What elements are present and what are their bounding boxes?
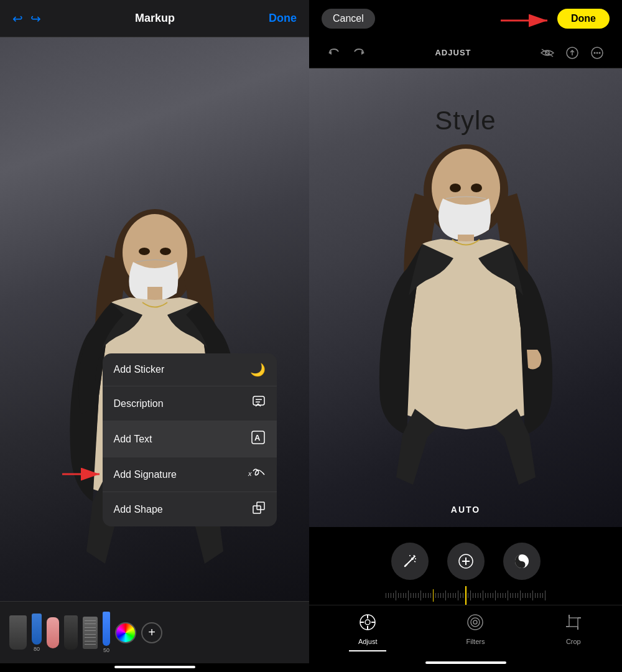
shape-icon: [252, 501, 266, 518]
svg-point-41: [520, 563, 523, 566]
auto-label: AUTO: [451, 505, 480, 515]
bottom-tabs: Adjust Filters: [309, 605, 622, 658]
svg-text:A: A: [254, 433, 261, 442]
right-top-bar: Cancel Done: [309, 0, 622, 37]
right-bottom-indicator: [425, 661, 506, 664]
red-arrow-right: [494, 11, 557, 32]
filters-tab-label: Filters: [466, 638, 485, 645]
menu-sticker-label: Add Sticker: [114, 364, 165, 375]
right-bottom-controls: Adjust Filters: [309, 527, 622, 672]
tab-adjust[interactable]: Adjust: [337, 610, 399, 655]
svg-point-49: [471, 618, 480, 627]
filters-icon: [466, 614, 484, 635]
right-done-button[interactable]: Done: [557, 9, 610, 29]
crop-icon: [565, 614, 582, 635]
left-done-button[interactable]: Done: [269, 12, 297, 25]
tool-number-50: 50: [103, 647, 109, 653]
edit-tool-row: [309, 536, 622, 586]
svg-point-2: [139, 248, 150, 255]
speech-icon: [252, 395, 266, 412]
person-figure-right: [360, 129, 572, 502]
undo-button[interactable]: ↩: [12, 11, 23, 26]
right-cancel-button[interactable]: Cancel: [322, 9, 375, 29]
svg-line-35: [414, 561, 415, 562]
menu-shape-label: Add Shape: [114, 504, 163, 515]
right-photo-background: Style: [309, 68, 622, 527]
crop-tab-label: Crop: [566, 638, 581, 645]
left-panel: ↩ ↪ Markup Done: [0, 0, 309, 672]
menu-item-description[interactable]: Description: [103, 386, 277, 421]
svg-point-48: [468, 615, 483, 630]
pen-tool-1[interactable]: [9, 615, 27, 650]
hide-icon-button[interactable]: [535, 40, 560, 65]
adjust-label: ADJUST: [371, 48, 535, 57]
signature-icon: x: [247, 466, 266, 483]
context-menu: Add Sticker 🌙 Description: [103, 353, 277, 526]
more-options-button[interactable]: [585, 40, 610, 65]
adjust-tab-label: Adjust: [358, 638, 378, 645]
adjust-icon: [359, 614, 376, 635]
svg-point-50: [473, 620, 477, 624]
menu-signature-label: Add Signature: [114, 469, 177, 480]
magic-wand-button[interactable]: [391, 543, 429, 580]
svg-line-33: [414, 555, 414, 556]
markup-title: Markup: [135, 12, 175, 25]
ruler-tool[interactable]: [83, 617, 98, 649]
left-bottom-toolbar: 80 50: [0, 601, 309, 663]
svg-rect-51: [569, 618, 578, 627]
menu-item-shape[interactable]: Add Shape: [103, 492, 277, 526]
undo-toolbar-button[interactable]: [322, 40, 346, 65]
svg-point-25: [599, 52, 601, 54]
left-header: ↩ ↪ Markup Done: [0, 0, 309, 37]
redo-button[interactable]: ↪: [30, 11, 41, 26]
tone-button[interactable]: [503, 543, 541, 580]
svg-text:x: x: [248, 470, 252, 477]
red-arrow-left: [59, 465, 109, 486]
svg-point-40: [520, 556, 523, 559]
svg-point-43: [365, 620, 370, 625]
menu-addtext-label: Add Text: [114, 434, 152, 445]
svg-point-31: [411, 558, 414, 560]
svg-rect-5: [253, 396, 264, 405]
tab-filters[interactable]: Filters: [454, 610, 498, 655]
add-tool-button[interactable]: +: [141, 622, 162, 643]
right-image-area: Style: [309, 68, 622, 527]
right-toolbar: ADJUST: [309, 37, 622, 68]
tool-number-80: 80: [34, 646, 40, 652]
menu-item-addtext[interactable]: Add Text A: [103, 421, 277, 457]
pen-tool-pink[interactable]: [47, 617, 59, 648]
left-image-area: Add Sticker 🌙 Description: [0, 37, 309, 601]
color-picker[interactable]: [115, 622, 136, 643]
undo-redo-group: ↩ ↪: [12, 11, 41, 26]
upload-icon-button[interactable]: [560, 40, 585, 65]
text-icon: A: [251, 430, 266, 448]
svg-point-3: [160, 248, 171, 255]
left-bottom-indicator: [114, 666, 195, 668]
sticker-icon: 🌙: [250, 362, 266, 377]
adjust-tab-underline: [349, 650, 386, 651]
menu-description-label: Description: [114, 398, 164, 409]
tab-crop[interactable]: Crop: [552, 610, 595, 655]
pen-tool-blue[interactable]: 80: [32, 614, 42, 652]
left-photo-background: Add Sticker 🌙 Description: [0, 37, 309, 601]
redo-toolbar-button[interactable]: [346, 40, 371, 65]
svg-point-29: [471, 184, 482, 192]
slider-ruler[interactable]: [309, 586, 622, 605]
pen-tool-thin-blue[interactable]: 50: [103, 612, 110, 653]
svg-point-28: [450, 184, 461, 192]
menu-item-signature[interactable]: Add Signature x: [103, 457, 277, 492]
add-edit-button[interactable]: [447, 543, 485, 580]
pen-tool-dark[interactable]: [64, 615, 78, 650]
svg-point-23: [594, 52, 596, 54]
menu-item-sticker[interactable]: Add Sticker 🌙: [103, 353, 277, 386]
center-indicator: [465, 586, 466, 605]
right-panel: Cancel Done: [309, 0, 622, 672]
svg-point-24: [596, 52, 598, 54]
